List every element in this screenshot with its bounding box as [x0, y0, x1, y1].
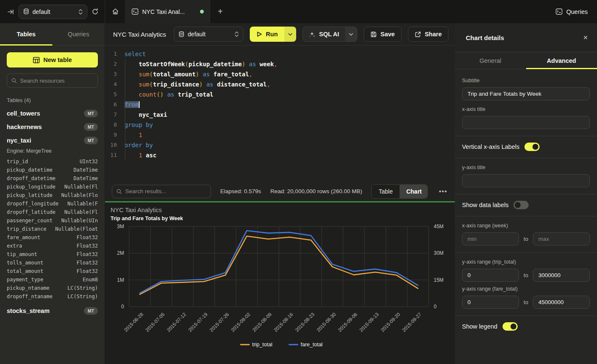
svg-text:2015-08-16: 2015-08-16: [273, 312, 294, 333]
new-tab-button[interactable]: +: [210, 0, 230, 23]
code-text: sum(total_amount) as fare_total,: [124, 69, 253, 79]
new-table-button[interactable]: New table: [7, 52, 98, 67]
column-type: Nullable(Fl: [65, 183, 98, 191]
run-options-button[interactable]: [284, 27, 296, 42]
run-button[interactable]: Run: [250, 27, 284, 42]
schema-column-row[interactable]: trip_distanceNullable(Float: [7, 225, 98, 233]
save-button[interactable]: Save: [364, 27, 402, 42]
svg-text:2015-09-27: 2015-09-27: [401, 312, 422, 333]
sql-editor[interactable]: 1select2 toStartOfWeek(pickup_datetime) …: [105, 46, 455, 181]
panel-body: Subtitle x-axis title Vertical x-axis La…: [455, 69, 597, 364]
section-divider: [455, 158, 597, 158]
schema-column-row[interactable]: tolls_amountFloat32: [7, 259, 98, 267]
more-options-button[interactable]: •••: [437, 188, 449, 195]
search-resources-input[interactable]: [20, 78, 93, 84]
top-bar: default NYC Taxi Anal... + Queries: [0, 0, 597, 23]
vertical-x-axis-labels-row: Vertical x-axis Labels: [462, 143, 590, 151]
elapsed-time: Elapsed: 0.579s: [220, 188, 261, 194]
schema-column-row[interactable]: pickup_datetimeDateTime: [7, 166, 98, 174]
show-legend-toggle[interactable]: [502, 322, 518, 331]
column-name: pickup_datetime: [7, 166, 52, 174]
collapse-sidebar-button[interactable]: [8, 8, 14, 15]
schema-column-row[interactable]: total_amountFloat32: [7, 267, 98, 275]
rows-read: Read: 20,000,000 rows (260.00 MB): [270, 188, 362, 194]
sql-ai-options-button[interactable]: [345, 27, 357, 41]
column-name: extra: [7, 242, 22, 250]
schema-column-row[interactable]: fare_amountFloat32: [7, 233, 98, 242]
column-type: Nullable(Float: [55, 225, 98, 233]
tab-nyc-taxi-analytics[interactable]: NYC Taxi Anal...: [126, 0, 210, 23]
y-range-trip-max-input[interactable]: [533, 269, 590, 282]
schema-column-row[interactable]: dropoff_longitudeNullable(F: [7, 200, 98, 208]
column-type: Float32: [76, 242, 98, 250]
y-range-fare-min-input[interactable]: [462, 296, 519, 309]
queries-button[interactable]: Queries: [556, 8, 588, 15]
to-label: to: [524, 236, 528, 242]
line-number: 7: [105, 110, 117, 120]
code-line[interactable]: 4 sum(trip_distance) as distance_total,: [105, 79, 455, 89]
column-name: pickup_longitude: [7, 183, 56, 191]
code-line[interactable]: 2 toStartOfWeek(pickup_datetime) as week…: [105, 59, 455, 69]
code-line[interactable]: 9 1: [105, 130, 455, 140]
code-line[interactable]: 1select: [105, 49, 455, 59]
view-chart-button[interactable]: Chart: [400, 185, 428, 198]
schema-column-row[interactable]: pickup_latitudeNullable(Flo: [7, 191, 98, 200]
tab-general[interactable]: General: [455, 52, 526, 69]
show-legend-row: Show legend: [462, 322, 590, 331]
svg-text:30M: 30M: [434, 250, 443, 256]
y-axis-range-fare-label: y-axis range (fare_total): [462, 286, 590, 292]
code-line[interactable]: 7 nyc_taxi: [105, 110, 455, 120]
line-chart[interactable]: 001M15M2M30M3M45M2015-06-282015-07-05201…: [105, 223, 455, 364]
view-table-button[interactable]: Table: [372, 185, 399, 198]
code-line[interactable]: 3 sum(total_amount) as fare_total,: [105, 69, 455, 79]
sql-ai-button[interactable]: SQL AI: [303, 27, 345, 41]
query-database-selector[interactable]: default: [174, 27, 243, 42]
refresh-button[interactable]: [92, 8, 99, 15]
code-line[interactable]: 8group by: [105, 120, 455, 130]
tab-advanced[interactable]: Advanced: [526, 52, 597, 69]
sidebar-database-selector[interactable]: default: [19, 5, 87, 19]
queries-icon: [556, 8, 562, 15]
table-item-nyc-taxi[interactable]: nyc_taxi MT: [7, 134, 98, 147]
close-panel-button[interactable]: ×: [583, 33, 588, 42]
schema-column-row[interactable]: payment_typeEnum8: [7, 275, 98, 284]
schema-column-row[interactable]: tip_amountFloat32: [7, 250, 98, 259]
svg-text:2015-08-30: 2015-08-30: [316, 312, 337, 333]
schema-column-row[interactable]: dropoff_latitudeNullable(Fl: [7, 208, 98, 216]
table-item-stocks-stream[interactable]: stocks_stream MT: [7, 304, 98, 318]
x-range-min-input[interactable]: [462, 232, 519, 245]
home-button[interactable]: [105, 0, 126, 23]
column-type: Nullable(Fl: [65, 208, 98, 216]
table-item-hackernews[interactable]: hackernews MT: [7, 120, 98, 134]
schema-column-row[interactable]: pickup_longitudeNullable(Fl: [7, 183, 98, 191]
code-line[interactable]: 6from: [105, 100, 455, 110]
y-axis-title-input[interactable]: [462, 174, 590, 187]
share-button[interactable]: Share: [408, 27, 448, 42]
schema-column-row[interactable]: passenger_countNullable(UIn: [7, 216, 98, 225]
schema-column-row[interactable]: trip_idUInt32: [7, 157, 98, 166]
schema-column-row[interactable]: dropoff_ntanameLC(String): [7, 292, 98, 301]
schema-column-row[interactable]: pickup_ntanameLC(String): [7, 284, 98, 292]
y-range-fare-max-input[interactable]: [533, 296, 590, 309]
schema-column-row[interactable]: dropoff_datetimeDateTime: [7, 174, 98, 183]
to-label: to: [524, 299, 528, 305]
tab-tables[interactable]: Tables: [0, 23, 52, 45]
database-icon: [23, 8, 29, 15]
x-axis-title-input[interactable]: [462, 116, 590, 129]
x-axis-title-label: x-axis title: [462, 106, 590, 112]
y-range-trip-min-input[interactable]: [462, 269, 519, 282]
vertical-x-axis-labels-toggle[interactable]: [524, 143, 540, 151]
code-line[interactable]: 5 count() as trip_total: [105, 89, 455, 100]
svg-text:2015-09-06: 2015-09-06: [337, 312, 358, 333]
search-results-input[interactable]: [125, 188, 206, 194]
svg-text:trip_total: trip_total: [252, 342, 273, 348]
table-name: cell_towers: [7, 110, 40, 117]
x-range-max-input[interactable]: [533, 232, 590, 245]
schema-column-row[interactable]: extraFloat32: [7, 242, 98, 250]
code-line[interactable]: 11 1 asc: [105, 150, 455, 160]
show-data-labels-toggle[interactable]: [513, 201, 529, 209]
code-line[interactable]: 10order by: [105, 140, 455, 150]
tab-queries[interactable]: Queries: [52, 23, 105, 45]
subtitle-input[interactable]: [462, 87, 590, 100]
table-item-cell-towers[interactable]: cell_towers MT: [7, 107, 98, 120]
